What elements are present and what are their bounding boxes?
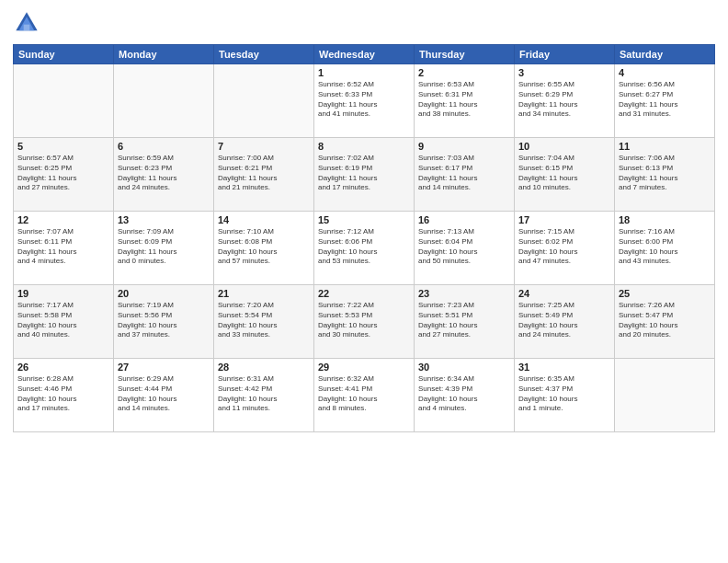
calendar-header: Sunday Monday Tuesday Wednesday Thursday…: [14, 45, 715, 64]
day-number: 3: [518, 67, 610, 78]
day-info: Sunrise: 6:57 AM Sunset: 6:25 PM Dayligh…: [17, 154, 109, 193]
day-info: Sunrise: 7:10 AM Sunset: 6:08 PM Dayligh…: [218, 227, 310, 267]
calendar-cell: 6Sunrise: 6:59 AM Sunset: 6:23 PM Daylig…: [114, 138, 214, 212]
day-number: 7: [218, 141, 310, 152]
day-info: Sunrise: 6:56 AM Sunset: 6:27 PM Dayligh…: [619, 80, 711, 120]
calendar-cell: [114, 64, 214, 138]
calendar-cell: 11Sunrise: 7:06 AM Sunset: 6:13 PM Dayli…: [615, 138, 715, 212]
day-info: Sunrise: 7:19 AM Sunset: 5:56 PM Dayligh…: [118, 301, 210, 340]
day-number: 11: [619, 141, 711, 152]
calendar-cell: 19Sunrise: 7:17 AM Sunset: 5:58 PM Dayli…: [14, 285, 114, 359]
col-saturday: Saturday: [615, 45, 715, 64]
day-number: 23: [418, 288, 510, 299]
calendar-body: 1Sunrise: 6:52 AM Sunset: 6:33 PM Daylig…: [14, 64, 715, 432]
day-number: 20: [118, 288, 210, 299]
calendar-cell: 10Sunrise: 7:04 AM Sunset: 6:15 PM Dayli…: [515, 138, 615, 212]
day-number: 1: [318, 67, 410, 78]
day-number: 27: [118, 362, 210, 373]
logo: [13, 9, 44, 37]
day-number: 16: [418, 214, 510, 225]
day-number: 4: [619, 67, 711, 78]
col-monday: Monday: [114, 45, 214, 64]
day-info: Sunrise: 6:29 AM Sunset: 4:44 PM Dayligh…: [118, 374, 210, 414]
day-number: 10: [518, 141, 610, 152]
calendar-cell: 22Sunrise: 7:22 AM Sunset: 5:53 PM Dayli…: [314, 285, 415, 359]
day-number: 29: [318, 362, 410, 373]
header: [13, 9, 715, 37]
col-wednesday: Wednesday: [314, 45, 415, 64]
day-number: 28: [218, 362, 310, 373]
svg-rect-2: [24, 25, 30, 31]
calendar-cell: 28Sunrise: 6:31 AM Sunset: 4:42 PM Dayli…: [214, 359, 314, 432]
calendar-cell: 16Sunrise: 7:13 AM Sunset: 6:04 PM Dayli…: [415, 212, 515, 285]
calendar-week-3: 19Sunrise: 7:17 AM Sunset: 5:58 PM Dayli…: [14, 285, 715, 359]
day-number: 8: [318, 141, 410, 152]
calendar-cell: 20Sunrise: 7:19 AM Sunset: 5:56 PM Dayli…: [114, 285, 214, 359]
calendar-cell: 4Sunrise: 6:56 AM Sunset: 6:27 PM Daylig…: [615, 64, 715, 138]
day-info: Sunrise: 6:59 AM Sunset: 6:23 PM Dayligh…: [118, 154, 210, 193]
calendar-cell: 25Sunrise: 7:26 AM Sunset: 5:47 PM Dayli…: [615, 285, 715, 359]
calendar-cell: 8Sunrise: 7:02 AM Sunset: 6:19 PM Daylig…: [314, 138, 415, 212]
day-number: 21: [218, 288, 310, 299]
day-info: Sunrise: 7:04 AM Sunset: 6:15 PM Dayligh…: [518, 154, 610, 193]
day-number: 6: [118, 141, 210, 152]
calendar-cell: 21Sunrise: 7:20 AM Sunset: 5:54 PM Dayli…: [214, 285, 314, 359]
col-friday: Friday: [515, 45, 615, 64]
day-info: Sunrise: 7:07 AM Sunset: 6:11 PM Dayligh…: [17, 227, 109, 267]
calendar-cell: 17Sunrise: 7:15 AM Sunset: 6:02 PM Dayli…: [515, 212, 615, 285]
calendar-cell: 30Sunrise: 6:34 AM Sunset: 4:39 PM Dayli…: [415, 359, 515, 432]
day-info: Sunrise: 6:34 AM Sunset: 4:39 PM Dayligh…: [418, 374, 510, 414]
day-info: Sunrise: 7:15 AM Sunset: 6:02 PM Dayligh…: [518, 227, 610, 267]
day-info: Sunrise: 7:17 AM Sunset: 5:58 PM Dayligh…: [17, 301, 109, 340]
day-number: 15: [318, 214, 410, 225]
day-info: Sunrise: 7:06 AM Sunset: 6:13 PM Dayligh…: [619, 154, 711, 193]
day-info: Sunrise: 7:23 AM Sunset: 5:51 PM Dayligh…: [418, 301, 510, 340]
day-info: Sunrise: 6:28 AM Sunset: 4:46 PM Dayligh…: [17, 374, 109, 414]
day-number: 31: [518, 362, 610, 373]
day-number: 19: [17, 288, 109, 299]
calendar-cell: [14, 64, 114, 138]
calendar-cell: 5Sunrise: 6:57 AM Sunset: 6:25 PM Daylig…: [14, 138, 114, 212]
calendar-cell: 24Sunrise: 7:25 AM Sunset: 5:49 PM Dayli…: [515, 285, 615, 359]
calendar-week-2: 12Sunrise: 7:07 AM Sunset: 6:11 PM Dayli…: [14, 212, 715, 285]
day-number: 12: [17, 214, 109, 225]
day-number: 24: [518, 288, 610, 299]
day-info: Sunrise: 6:35 AM Sunset: 4:37 PM Dayligh…: [518, 374, 610, 414]
calendar-cell: 23Sunrise: 7:23 AM Sunset: 5:51 PM Dayli…: [415, 285, 515, 359]
calendar-table: Sunday Monday Tuesday Wednesday Thursday…: [13, 44, 715, 432]
day-info: Sunrise: 6:55 AM Sunset: 6:29 PM Dayligh…: [518, 80, 610, 120]
day-info: Sunrise: 6:32 AM Sunset: 4:41 PM Dayligh…: [318, 374, 410, 414]
day-info: Sunrise: 7:00 AM Sunset: 6:21 PM Dayligh…: [218, 154, 310, 193]
day-number: 30: [418, 362, 510, 373]
calendar-cell: [615, 359, 715, 432]
day-number: 2: [418, 67, 510, 78]
calendar-cell: 1Sunrise: 6:52 AM Sunset: 6:33 PM Daylig…: [314, 64, 415, 138]
day-number: 26: [17, 362, 109, 373]
calendar-cell: 9Sunrise: 7:03 AM Sunset: 6:17 PM Daylig…: [415, 138, 515, 212]
day-info: Sunrise: 7:26 AM Sunset: 5:47 PM Dayligh…: [619, 301, 711, 340]
col-tuesday: Tuesday: [214, 45, 314, 64]
day-info: Sunrise: 7:22 AM Sunset: 5:53 PM Dayligh…: [318, 301, 410, 340]
day-info: Sunrise: 7:02 AM Sunset: 6:19 PM Dayligh…: [318, 154, 410, 193]
day-info: Sunrise: 6:53 AM Sunset: 6:31 PM Dayligh…: [418, 80, 510, 120]
calendar-cell: 7Sunrise: 7:00 AM Sunset: 6:21 PM Daylig…: [214, 138, 314, 212]
calendar-cell: 27Sunrise: 6:29 AM Sunset: 4:44 PM Dayli…: [114, 359, 214, 432]
day-info: Sunrise: 7:16 AM Sunset: 6:00 PM Dayligh…: [619, 227, 711, 267]
day-info: Sunrise: 7:03 AM Sunset: 6:17 PM Dayligh…: [418, 154, 510, 193]
calendar-cell: 31Sunrise: 6:35 AM Sunset: 4:37 PM Dayli…: [515, 359, 615, 432]
day-number: 17: [518, 214, 610, 225]
col-thursday: Thursday: [415, 45, 515, 64]
day-number: 5: [17, 141, 109, 152]
day-number: 9: [418, 141, 510, 152]
day-info: Sunrise: 7:20 AM Sunset: 5:54 PM Dayligh…: [218, 301, 310, 340]
calendar-cell: 15Sunrise: 7:12 AM Sunset: 6:06 PM Dayli…: [314, 212, 415, 285]
calendar-cell: 14Sunrise: 7:10 AM Sunset: 6:08 PM Dayli…: [214, 212, 314, 285]
day-info: Sunrise: 7:13 AM Sunset: 6:04 PM Dayligh…: [418, 227, 510, 267]
calendar-cell: 2Sunrise: 6:53 AM Sunset: 6:31 PM Daylig…: [415, 64, 515, 138]
col-sunday: Sunday: [14, 45, 114, 64]
day-info: Sunrise: 6:31 AM Sunset: 4:42 PM Dayligh…: [218, 374, 310, 414]
calendar-cell: 3Sunrise: 6:55 AM Sunset: 6:29 PM Daylig…: [515, 64, 615, 138]
day-number: 13: [118, 214, 210, 225]
calendar-cell: [214, 64, 314, 138]
page: Sunday Monday Tuesday Wednesday Thursday…: [0, 0, 728, 563]
